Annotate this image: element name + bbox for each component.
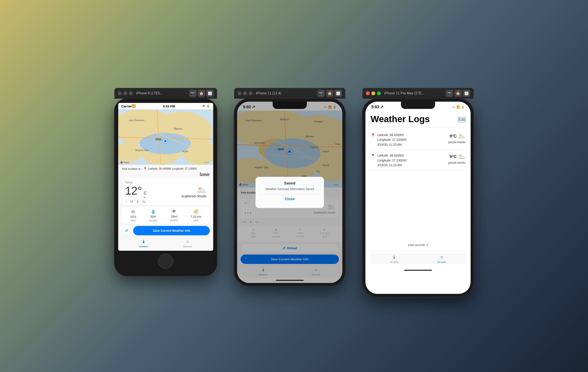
traffic-light-min-11pro[interactable] [371, 91, 375, 95]
log-pin-2: 📍 [370, 153, 375, 158]
visibility-unit-8: visibility [170, 219, 178, 221]
desktop: iPhone 8 (17E5... 📷 🏠 ⬜ Carrier 📶 5:03 P… [114, 75, 474, 297]
location-pin-8: 📍 [143, 167, 147, 171]
traffic-light-close-11pro[interactable] [366, 91, 370, 95]
modal-message-11: Weather Forecast information Saved [261, 187, 319, 191]
log-temp-1: 9°C [450, 134, 457, 139]
location-label-8: Your location is : [122, 167, 142, 171]
log-entry-1: 📍 Latitude: 38.420000 Longitude: 27.1300… [370, 130, 465, 150]
carrier-text: Carrier [121, 104, 132, 108]
logs-edit-button-11pro[interactable]: Edit [458, 117, 465, 122]
titlebar-iphone11: iPhone 11 (13.4) 📷 🏠 ⬜ [234, 88, 345, 99]
tab-records-11pro[interactable]: ⌗ Records [418, 255, 465, 263]
tab-weather-label-11pro: Weather [390, 261, 399, 263]
visibility-icon-8: 👁 [172, 209, 176, 214]
tab-bar-8: 🌡 Weather ⌗ Records [122, 237, 210, 249]
home-icon-8[interactable]: 🏠 [198, 90, 205, 97]
simulator-iphone11pro: iPhone 11 Pro Max (17E... 📷 🏠 ⬜ 5:03 ↗ ·… [362, 88, 474, 297]
dots-11pro: ···· [452, 105, 455, 109]
tab-weather-11pro[interactable]: 🌡 Weather [370, 255, 418, 263]
traffic-light-close-8[interactable] [118, 91, 122, 95]
simulator-iphone8: iPhone 8 (17E5... 📷 🏠 ⬜ Carrier 📶 5:03 P… [114, 88, 217, 276]
home-button-8[interactable] [158, 254, 173, 269]
stat-humidity-8: 💧 50% humidity [149, 209, 158, 222]
rotate-icon-11pro[interactable]: ⬜ [463, 90, 470, 97]
wifi-11pro: 📶 [456, 105, 460, 109]
modal-close-button-11[interactable]: Close [261, 194, 319, 204]
time-11pro: 5:03 ↗ [371, 105, 383, 109]
traffic-light-max-11pro[interactable] [377, 91, 381, 95]
log-icon-1: 🌥️ [458, 133, 465, 140]
logs-header-11pro: Weather Logs Edit [370, 114, 465, 124]
pressure-val-8: 1021 [130, 215, 136, 218]
total-records-11pro: total records: 2 [370, 239, 465, 251]
pressure-icon-8: ⊙ [131, 209, 135, 214]
screenshot-icon-11pro[interactable]: 📷 [446, 90, 453, 97]
svg-point-16 [164, 140, 167, 142]
log-weather-2: 9°C 🌥️ parçalı bulutlu [448, 153, 465, 164]
svg-text:Izmi: Izmi [156, 138, 161, 141]
divider-bottom-11pro [370, 251, 465, 251]
high-val-8: 14 [130, 200, 133, 203]
weather-desc-8: scattered clouds [181, 194, 206, 198]
rotate-icon-8[interactable]: ⬜ [206, 90, 214, 97]
low-icon-8: ↓ [149, 200, 150, 203]
iphone8-screen: Carrier 📶 5:03 PM ↗ 🔋 [118, 103, 213, 251]
weather-icon-8: 🌥️ [181, 185, 206, 194]
home-icon-11pro[interactable]: 🏠 [454, 90, 462, 97]
svg-text:🍎 Maps: 🍎 Maps [120, 161, 129, 164]
pressure-unit-8: mbar [130, 219, 136, 222]
sim-title-11: iPhone 11 (13.4) [256, 91, 281, 95]
map-8: Ayia Paraskevi Manisa Izmi Aegean Sea Ay… [118, 109, 213, 165]
iphone11-body: 5:03 ↗ ···· 📶 🔋 [234, 99, 345, 286]
temp-sub-8: ↑ 14 🌡 11 ↓ [125, 200, 150, 203]
tab-weather-icon-11pro: 🌡 [392, 255, 397, 260]
tab-records-8[interactable]: ⌗ Records [166, 239, 210, 248]
log-weather-1: 9°C 🌥️ parçalı bulutlu [448, 133, 465, 144]
city-name-8: İzmir [122, 172, 210, 177]
stats-row-8: ⊙ 1021 mbar 💧 50% humidity 👁 10km [122, 207, 210, 224]
wind-unit-8: wind [193, 219, 199, 222]
titlebar-iphone8: iPhone 8 (17E5... 📷 🏠 ⬜ [114, 88, 217, 99]
screenshot-icon-11[interactable]: 📷 [317, 90, 325, 97]
traffic-light-min-8[interactable] [123, 91, 127, 95]
svg-text:Aegean Sea: Aegean Sea [135, 149, 148, 151]
iphone11-screen: 5:03 ↗ ···· 📶 🔋 [237, 102, 342, 283]
time-8: 5:03 PM [136, 104, 202, 108]
tab-weather-label-8: Weather [139, 245, 148, 248]
log-lng-1: Longitude: 27.130000 [377, 137, 446, 142]
save-button-8[interactable]: Save Current Weather Info [133, 226, 210, 235]
notch-11pro [401, 102, 435, 109]
log-temp-2: 9°C [450, 154, 457, 159]
unit-k-8: K [144, 196, 147, 199]
traffic-light-close-11[interactable] [238, 91, 242, 95]
stat-pressure-8: ⊙ 1021 mbar [130, 209, 136, 222]
iphone8-body: Carrier 📶 5:03 PM ↗ 🔋 [114, 99, 217, 276]
traffic-light-min-11[interactable] [243, 91, 247, 95]
log-lng-2: Longitude: 27.130000 [377, 158, 446, 163]
log-date-1: 3/19/20, 11:25 AM [377, 142, 446, 147]
temp-value-8: 12° [125, 184, 142, 197]
screenshot-icon-8[interactable]: 📷 [189, 90, 197, 97]
log-lat-1: Latitude: 38.420000 [377, 133, 446, 137]
saved-modal: Saved Weather Forecast information Saved… [237, 102, 342, 283]
lat-8: Latitude: 38.449589 [148, 167, 171, 170]
modal-box-11: Saved Weather Forecast information Saved… [255, 177, 324, 208]
log-desc-2: parçalı bulutlu [448, 161, 465, 164]
traffic-light-max-8[interactable] [129, 91, 133, 95]
tab-weather-8[interactable]: 🌡 Weather [122, 239, 166, 248]
reload-button-8[interactable]: ↺ [122, 226, 131, 235]
log-temp-row-1: 9°C 🌥️ [450, 133, 465, 140]
lng-8: Longitude: 27.128902 [172, 167, 197, 170]
svg-text:Aydin: Aydin [182, 150, 188, 152]
location-icon-8: ↗ [202, 104, 205, 108]
iphone11pro-screen: 5:03 ↗ ···· 📶 🔋 Weather Logs Edit [365, 102, 471, 294]
temp-label-8: Temp [125, 181, 132, 184]
rotate-icon-11[interactable]: ⬜ [335, 90, 342, 97]
traffic-light-max-11[interactable] [249, 91, 252, 95]
logs-title-11pro: Weather Logs [370, 114, 430, 124]
home-icon-11[interactable]: 🏠 [326, 90, 333, 97]
stat-visibility-8: 👁 10km visibility [170, 209, 178, 222]
humidity-val-8: 50% [150, 215, 156, 218]
map-svg-8: Ayia Paraskevi Manisa Izmi Aegean Sea Ay… [118, 109, 213, 165]
